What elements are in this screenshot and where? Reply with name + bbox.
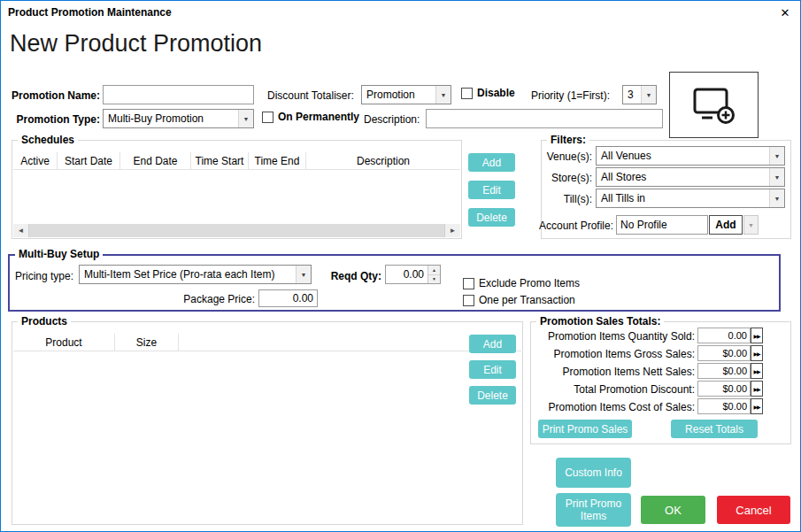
spinner-up-icon[interactable]: ▲ [428,266,440,275]
column-header-product[interactable]: Product [13,334,115,351]
column-header-time-end[interactable]: Time End [249,152,306,169]
pricing-type-select[interactable]: Multi-Item Set Price (Pro-rata each Item… [79,265,312,284]
total-discount-fast-forward-button[interactable]: ▶▶ [751,381,763,397]
schedules-table-header: Active Start Date End Date Time Start Ti… [13,152,460,170]
reset-totals-button[interactable]: Reset Totals [671,420,758,438]
venues-value: All Venues [597,147,769,165]
products-delete-button[interactable]: Delete [469,386,516,405]
dialog-product-promotion-maintenance: Product Promotion Maintenance ✕ New Prod… [0,0,801,532]
priority-label: Priority (1=First): [531,89,610,103]
horizontal-scrollbar[interactable]: ◄ ► [13,224,460,237]
disable-label: Disable [477,87,515,99]
exclude-promo-items-checkbox[interactable]: Exclude Promo Items [463,277,580,289]
priority-select[interactable]: 3 ▼ [622,85,657,104]
one-per-transaction-checkbox[interactable]: One per Transaction [463,294,575,306]
qty-sold-value: 0.00 [697,328,751,343]
print-promo-items-button[interactable]: Print Promo Items [556,493,631,527]
spinner-down-icon[interactable]: ▼ [428,275,440,284]
scroll-left-icon[interactable]: ◄ [13,224,28,237]
checkbox-box [463,278,474,289]
products-group: Products Product Size Add Edit Delete [12,321,523,525]
stores-label: Store(s): [530,171,592,185]
promotion-type-label: Promotion Type: [8,112,100,127]
priority-value: 3 [623,86,641,104]
schedules-table-body[interactable] [13,170,460,223]
products-table-body[interactable] [13,351,521,523]
account-profile-label: Account Profile: [530,219,613,233]
custom-info-button[interactable]: Custom Info [556,458,631,488]
cost-of-sales-value: $0.00 [697,398,751,414]
chevron-down-icon: ▼ [296,266,311,283]
scrollbar-thumb[interactable] [28,224,445,237]
reqd-qty-stepper[interactable]: 0.00 ▲ ▼ [385,265,441,284]
discount-totaliser-select[interactable]: Promotion ▼ [361,85,451,104]
promotion-name-input[interactable] [103,85,254,104]
cost-of-sales-fast-forward-button[interactable]: ▶▶ [751,398,763,414]
qty-sold-label: Promotion Items Quantity Sold: [532,329,695,343]
chevron-down-icon: ▼ [769,168,784,186]
ok-button[interactable]: OK [641,496,705,524]
checkbox-box [262,112,273,123]
account-profile-input[interactable] [616,215,708,235]
column-header-description[interactable]: Description [306,152,460,169]
schedules-edit-button[interactable]: Edit [468,181,515,199]
nett-sales-value: $0.00 [697,363,751,379]
title-bar[interactable]: Product Promotion Maintenance [1,1,800,24]
disable-checkbox[interactable]: Disable [461,87,515,99]
gross-sales-fast-forward-button[interactable]: ▶▶ [751,345,763,361]
reqd-qty-value: 0.00 [386,266,427,283]
gross-sales-label: Promotion Items Gross Sales: [532,347,695,361]
products-table: Product Size [13,334,521,523]
column-header-time-start[interactable]: Time Start [191,152,249,169]
copy-promotion-button[interactable] [669,72,759,138]
window-title: Product Promotion Maintenance [8,6,172,19]
cancel-button[interactable]: Cancel [717,496,790,524]
description-label: Description: [364,112,420,127]
venues-select[interactable]: All Venues ▼ [596,146,785,166]
products-edit-button[interactable]: Edit [469,360,516,379]
on-permanently-checkbox[interactable]: On Permanently [262,111,359,123]
close-button[interactable]: ✕ [770,1,800,24]
nett-sales-fast-forward-button[interactable]: ▶▶ [751,363,763,379]
column-header-size[interactable]: Size [115,334,179,351]
description-input[interactable] [426,109,663,128]
chevron-down-icon: ▼ [641,86,656,104]
multibuy-group-title: Multi-Buy Setup [15,248,103,261]
discount-totaliser-value: Promotion [362,86,435,104]
pricing-type-label: Pricing type: [15,269,73,283]
account-profile-chevron-down-icon[interactable]: ▼ [743,215,759,235]
schedules-table: Active Start Date End Date Time Start Ti… [13,152,460,223]
total-discount-value: $0.00 [697,381,751,397]
column-header-end-date[interactable]: End Date [120,152,191,169]
one-per-transaction-label: One per Transaction [479,294,575,306]
schedules-group-title: Schedules [18,134,78,147]
spinner[interactable]: ▲ ▼ [427,266,440,283]
nett-sales-label: Promotion Items Nett Sales: [532,365,695,379]
scroll-right-icon[interactable]: ► [445,224,460,237]
column-header-start-date[interactable]: Start Date [58,152,120,169]
chevron-down-icon: ▼ [435,86,451,104]
package-price-label: Package Price: [173,292,255,306]
schedules-add-button[interactable]: Add [468,153,515,172]
cost-of-sales-label: Promotion Items Cost of Sales: [532,400,695,414]
promotion-type-select[interactable]: Multi-Buy Promotion ▼ [103,109,254,128]
on-permanently-label: On Permanently [278,111,359,123]
exclude-promo-items-label: Exclude Promo Items [479,277,580,289]
reqd-qty-label: Reqd Qty: [330,269,381,283]
schedules-delete-button[interactable]: Delete [468,208,515,227]
page-title: New Product Promotion [10,30,262,58]
products-add-button[interactable]: Add [469,335,516,353]
total-discount-label: Total Promotion Discount: [532,382,695,397]
print-promo-sales-button[interactable]: Print Promo Sales [538,420,632,438]
qty-sold-fast-forward-button[interactable]: ▶▶ [751,328,763,343]
products-group-title: Products [18,315,71,328]
stores-select[interactable]: All Stores ▼ [596,167,785,187]
column-header-active[interactable]: Active [13,152,58,169]
promotion-type-value: Multi-Buy Promotion [104,110,238,127]
account-profile-add-button[interactable]: Add [709,215,743,235]
checkbox-box [463,295,474,306]
products-table-header: Product Size [13,334,521,351]
package-price-input[interactable]: 0.00 [258,289,318,307]
stores-value: All Stores [597,168,769,186]
tills-select[interactable]: All Tills in ▼ [596,189,785,208]
